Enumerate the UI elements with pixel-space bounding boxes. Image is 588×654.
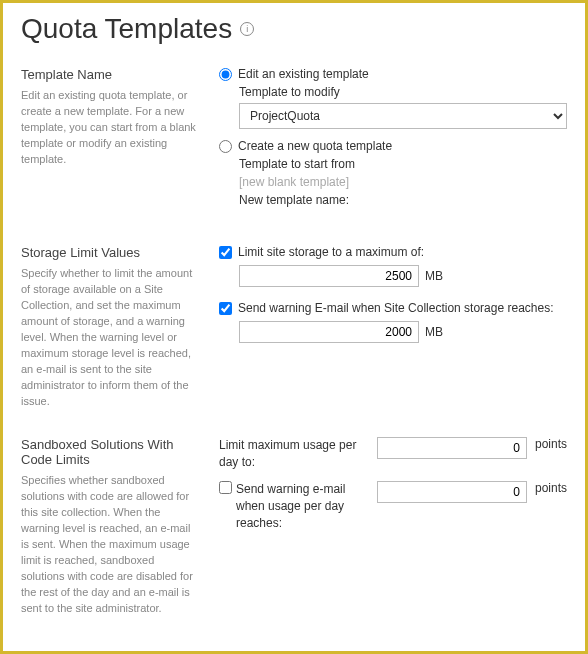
warn-storage-input[interactable] [239,321,419,343]
limit-storage-input[interactable] [239,265,419,287]
template-name-desc: Edit an existing quota template, or crea… [21,88,199,168]
template-modify-label: Template to modify [239,85,567,99]
sandbox-max-unit: points [535,437,567,451]
sandbox-warn-input[interactable] [377,481,527,503]
warn-storage-label: Send warning E-mail when Site Collection… [238,301,554,315]
template-modify-select[interactable]: ProjectQuota [239,103,567,129]
template-name-heading: Template Name [21,67,199,82]
sandbox-section: Sandboxed Solutions With Code Limits Spe… [21,437,567,616]
warn-storage-unit: MB [425,325,443,339]
page-title: Quota Templates i [21,13,567,45]
storage-limit-heading: Storage Limit Values [21,245,199,260]
create-template-radio[interactable] [219,140,232,153]
limit-storage-label: Limit site storage to a maximum of: [238,245,424,259]
sandbox-desc: Specifies whether sandboxed solutions wi… [21,473,199,616]
new-template-name-label: New template name: [239,193,567,207]
sandbox-warn-label: Send warning e-mail when usage per day r… [236,481,369,531]
sandbox-heading: Sandboxed Solutions With Code Limits [21,437,199,467]
edit-template-radio[interactable] [219,68,232,81]
limit-storage-checkbox[interactable] [219,246,232,259]
create-template-label: Create a new quota template [238,139,392,153]
limit-storage-unit: MB [425,269,443,283]
storage-limit-section: Storage Limit Values Specify whether to … [21,245,567,409]
edit-template-label: Edit an existing template [238,67,369,81]
template-startfrom-placeholder: [new blank template] [239,175,567,189]
storage-limit-desc: Specify whether to limit the amount of s… [21,266,199,409]
warn-storage-checkbox[interactable] [219,302,232,315]
sandbox-max-input[interactable] [377,437,527,459]
sandbox-warn-unit: points [535,481,567,495]
template-startfrom-label: Template to start from [239,157,567,171]
page-title-text: Quota Templates [21,13,232,45]
sandbox-max-label: Limit maximum usage per day to: [219,437,369,471]
sandbox-warn-checkbox[interactable] [219,481,232,494]
info-icon[interactable]: i [240,22,254,36]
template-name-section: Template Name Edit an existing quota tem… [21,67,567,217]
